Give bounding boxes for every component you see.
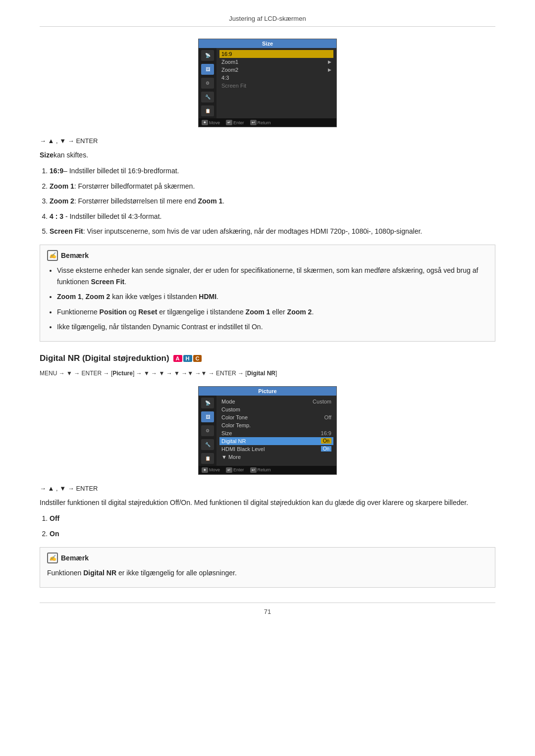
osd2-icon-2: 🖼 — [201, 411, 214, 422]
list-item: Screen Fit: Viser inputscenerne, som hvi… — [50, 226, 495, 237]
note1-bullets: Visse eksterne enheder kan sende signale… — [57, 265, 488, 332]
osd-icon-5: 📋 — [201, 105, 214, 116]
osd2-item-colortemp: Color Temp. — [219, 421, 333, 429]
page-title: Justering af LCD-skærmen — [40, 15, 495, 27]
list-item: 4 : 3 - Indstiller billedet til 4:3-form… — [50, 211, 495, 222]
note-box-1: ✍ Bemærk Visse eksterne enheder kan send… — [40, 245, 495, 342]
osd1-title: Size — [199, 39, 336, 48]
badge-c: C — [193, 355, 202, 362]
badge-h: H — [183, 355, 192, 362]
osd1-item-43: 4:3 — [219, 74, 333, 82]
list-item: 16:9– Indstiller billedet til 16:9-bredf… — [50, 165, 495, 176]
size-intro: Sizekan skiftes. — [40, 150, 495, 160]
osd2-item-mode: ModeCustom — [219, 398, 333, 405]
osd2-icon-5: 📋 — [201, 453, 214, 464]
section2-heading: Digital NR (Digital støjreduktion) A H C — [40, 353, 495, 363]
badge-a: A — [173, 355, 182, 362]
list-item: On — [50, 528, 495, 539]
note-icon-2: ✍ — [47, 553, 58, 563]
list-item: Zoom 1: Forstørrer billedformatet på skæ… — [50, 181, 495, 192]
menu-path: MENU → ▼ → ENTER → [Picture] → ▼ → ▼ → ▼… — [40, 368, 495, 379]
page-number: 71 — [264, 608, 271, 615]
description-text: Indstiller funktionen til digital støjre… — [40, 497, 495, 508]
bullet-item: Zoom 1, Zoom 2 kan ikke vælges i tilstan… — [57, 291, 488, 302]
osd1-item-zoom2: Zoom2▶ — [219, 66, 333, 74]
nav-line-1: → ▲ , ▼ → ENTER — [40, 137, 495, 145]
nav-line-2: → ▲ , ▼ → ENTER — [40, 485, 495, 492]
page-footer: 71 — [40, 603, 495, 615]
osd2-item-custom: Custom — [219, 405, 333, 413]
osd2-item-hdmiblack: HDMI Black LevelOn — [219, 445, 333, 453]
osd1-item-zoom1: Zoom1▶ — [219, 58, 333, 66]
osd2-icon-3: ⚙ — [201, 425, 214, 436]
osd-icon-1: 📡 — [201, 50, 214, 61]
list-item: Zoom 2: Forstørrer billedstørrelsen til … — [50, 196, 495, 206]
osd2-item-digitalnr: Digital NROn — [219, 437, 333, 445]
size-list: 16:9– Indstiller billedet til 16:9-bredf… — [50, 165, 495, 237]
note2-text: Funktionen Digital NR er ikke tilgængeli… — [47, 567, 488, 578]
items2-list: Off On — [50, 513, 495, 539]
osd1-content: 16:9 Zoom1▶ Zoom2▶ 4:3 Screen Fit — [216, 48, 336, 118]
note2-header: ✍ Bemærk — [47, 553, 488, 563]
osd-icon-4: 🔧 — [201, 92, 214, 102]
osd2-footer: ✦ Move ↵ Enter ↩ Return — [199, 466, 336, 474]
osd2-sidebar: 📡 🖼 ⚙ 🔧 📋 — [199, 396, 216, 466]
osd1-sidebar: 📡 🖼 ⚙ 🔧 📋 — [199, 48, 216, 118]
note-icon-1: ✍ — [47, 250, 58, 261]
osd1-footer: ✦ Move ↵ Enter ↩ Return — [199, 118, 336, 127]
osd2-icon-1: 📡 — [201, 398, 214, 408]
osd-screenshot-2: Picture 📡 🖼 ⚙ 🔧 📋 ModeCustom Custom — [40, 386, 495, 475]
osd1-item-169: 16:9 — [219, 50, 333, 58]
osd2-content: ModeCustom Custom Color ToneOff Color Te… — [216, 396, 336, 466]
osd-screenshot-1: Size 📡 🖼 ⚙ 🔧 📋 16:9 Zoom1▶ — [40, 39, 495, 127]
badge-group: A H C — [173, 355, 202, 362]
note-box-2: ✍ Bemærk Funktionen Digital NR er ikke t… — [40, 547, 495, 588]
osd1-item-screenfit: Screen Fit — [219, 82, 333, 90]
osd-icon-3: ⚙ — [201, 78, 214, 89]
osd-icon-2: 🖼 — [201, 64, 214, 75]
note1-header: ✍ Bemærk — [47, 250, 488, 261]
osd2-item-more: ▼ More — [219, 453, 333, 461]
osd2-item-colortone: Color ToneOff — [219, 413, 333, 421]
bullet-item: Funktionerne Position og Reset er tilgæn… — [57, 306, 488, 317]
osd2-item-size: Size16:9 — [219, 429, 333, 437]
bullet-item: Ikke tilgængelig, når tilstanden Dynamic… — [57, 321, 488, 332]
osd2-title: Picture — [199, 387, 336, 396]
list-item: Off — [50, 513, 495, 524]
bullet-item: Visse eksterne enheder kan sende signale… — [57, 265, 488, 287]
osd2-icon-4: 🔧 — [201, 439, 214, 450]
